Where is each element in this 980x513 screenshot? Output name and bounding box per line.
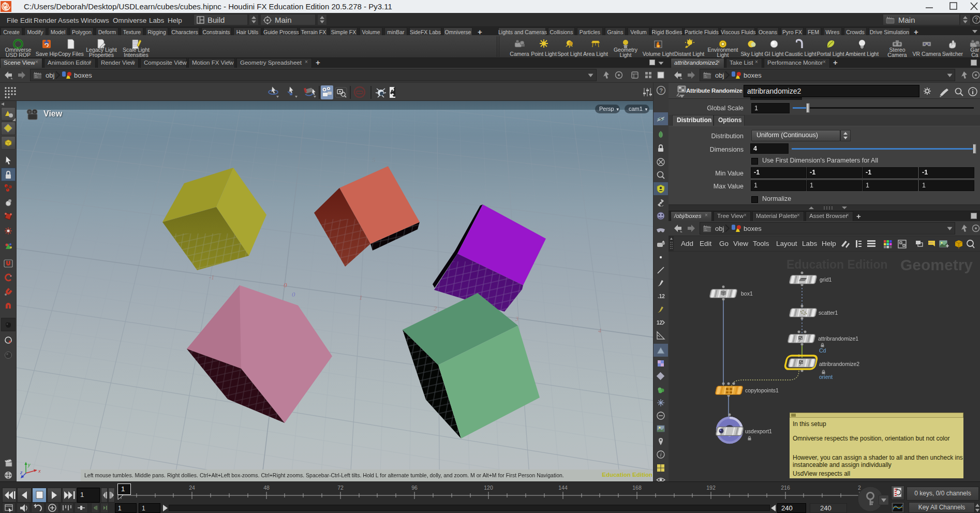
svg-text:24: 24 xyxy=(189,485,195,491)
svg-text:144: 144 xyxy=(558,485,568,491)
svg-text:?: ? xyxy=(975,17,978,23)
svg-text:5: 5 xyxy=(372,156,376,164)
svg-text:72: 72 xyxy=(337,485,344,491)
svg-text:y: y xyxy=(27,462,31,467)
svg-text:i: i xyxy=(660,452,662,458)
svg-text:168: 168 xyxy=(632,485,642,491)
svg-text:48: 48 xyxy=(263,485,270,491)
svg-text:2: 2 xyxy=(434,305,437,312)
svg-text:192: 192 xyxy=(706,485,716,491)
svg-text:0: 0 xyxy=(292,290,295,298)
svg-text:Geometry: Geometry xyxy=(900,256,973,273)
svg-text:?: ? xyxy=(659,87,662,94)
svg-text:216: 216 xyxy=(781,485,790,491)
svg-text:z: z xyxy=(20,470,23,475)
svg-text:x: x xyxy=(38,468,41,474)
svg-text:0: 0 xyxy=(284,281,287,289)
svg-text:1: 1 xyxy=(359,294,363,301)
svg-text:96: 96 xyxy=(411,485,418,491)
svg-text:.12: .12 xyxy=(658,294,665,299)
svg-text:Education Edition: Education Edition xyxy=(786,258,888,271)
svg-text:4: 4 xyxy=(598,327,601,334)
svg-text:3: 3 xyxy=(515,315,518,323)
svg-text:-1: -1 xyxy=(209,274,214,281)
svg-text:120: 120 xyxy=(484,485,493,491)
svg-text:12: 12 xyxy=(657,320,663,326)
